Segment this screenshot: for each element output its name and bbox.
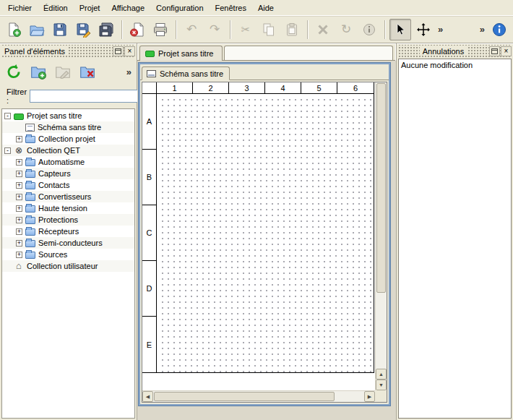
- undo-button[interactable]: ↶: [181, 19, 202, 40]
- save-button[interactable]: [49, 19, 71, 40]
- menu-projet[interactable]: Projet: [74, 1, 106, 14]
- scrollbar-corner: [375, 390, 387, 402]
- tree-item-capteurs[interactable]: + Capteurs: [2, 168, 134, 179]
- tree-item-contacts[interactable]: + Contacts: [2, 179, 134, 191]
- close-project-button[interactable]: [126, 19, 148, 40]
- cut-icon: ✂: [241, 24, 251, 35]
- expand-icon[interactable]: +: [16, 228, 22, 235]
- tree-item-collection-projet[interactable]: + Collection projet: [2, 133, 134, 145]
- main-toolbar: ↶ ↷ ✂ ↻ » »: [0, 16, 513, 43]
- pan-tool-button[interactable]: [413, 19, 434, 40]
- save-all-button[interactable]: [95, 19, 117, 40]
- scroll-left-button[interactable]: ◀: [142, 391, 153, 402]
- ruler-corner: [142, 82, 157, 94]
- reload-collections-button[interactable]: [3, 61, 25, 82]
- copy-icon: [261, 22, 277, 38]
- tree-item-project[interactable]: - Projet sans titre: [2, 110, 134, 121]
- vertical-scrollbar-thumb[interactable]: [376, 83, 386, 293]
- horizontal-scrollbar-track[interactable]: [335, 391, 364, 402]
- tree-item-convertisseurs[interactable]: + Convertisseurs: [2, 191, 134, 202]
- row-header: A: [142, 94, 157, 150]
- expand-icon[interactable]: +: [16, 217, 22, 223]
- row-ruler: A B C D E: [142, 94, 157, 372]
- tree-item-schema[interactable]: Schéma sans titre: [2, 121, 134, 133]
- expand-icon[interactable]: +: [16, 252, 22, 258]
- save-icon: [52, 22, 68, 38]
- tree-item-collection-utilisateur[interactable]: ⌂ Collection utilisateur: [2, 260, 134, 272]
- cut-button[interactable]: ✂: [235, 19, 256, 40]
- tree-item-label: Capteurs: [38, 169, 74, 178]
- tree-item-label: Collection projet: [38, 134, 98, 143]
- expand-icon[interactable]: +: [16, 182, 22, 189]
- panel-toolbar-overflow-chevron[interactable]: »: [124, 67, 134, 77]
- menu-fenetres[interactable]: Fenêtres: [210, 1, 252, 14]
- element-info-button[interactable]: [358, 19, 380, 40]
- select-tool-button[interactable]: [389, 19, 411, 40]
- print-button[interactable]: [150, 19, 171, 40]
- diagram-grid-canvas[interactable]: [158, 95, 374, 373]
- float-panel-button[interactable]: [113, 46, 124, 56]
- expand-icon[interactable]: +: [16, 194, 22, 200]
- new-project-button[interactable]: [3, 19, 25, 40]
- horizontal-scrollbar-thumb[interactable]: [154, 392, 335, 401]
- undo-history-list[interactable]: Aucune modification: [398, 59, 512, 419]
- paste-button[interactable]: [281, 19, 303, 40]
- redo-button[interactable]: ↷: [204, 19, 225, 40]
- project-subwindow[interactable]: Schéma sans titre 1 2 3 4 5: [139, 63, 390, 406]
- folder-icon: [25, 205, 35, 213]
- tab-project[interactable]: Projet sans titre: [139, 46, 223, 61]
- expand-icon[interactable]: +: [16, 159, 22, 166]
- tree-item-collection-qet[interactable]: - ⊗ Collection QET: [2, 145, 134, 156]
- rotate-button[interactable]: ↻: [335, 19, 357, 40]
- menu-affichage[interactable]: Affichage: [105, 1, 150, 14]
- elements-panel-title: Panel d'éléments: [1, 47, 68, 56]
- new-project-icon: [6, 22, 22, 38]
- menu-fichier[interactable]: Fichier: [2, 1, 38, 14]
- collapse-icon[interactable]: -: [4, 113, 11, 119]
- tree-item-haute-tension[interactable]: + Haute tension: [2, 202, 134, 214]
- delete-button[interactable]: [312, 19, 334, 40]
- close-panel-button[interactable]: ×: [124, 46, 135, 56]
- undo-dock-titlebar[interactable]: Annulations ×: [398, 45, 512, 57]
- toolbar-overflow-chevron[interactable]: »: [436, 24, 445, 35]
- tree-item-semi-conducteurs[interactable]: + Semi-conducteurs: [2, 237, 134, 249]
- edit-element-button[interactable]: [52, 61, 74, 82]
- tree-item-automatisme[interactable]: + Automatisme: [2, 156, 134, 168]
- close-undo-panel-button[interactable]: ×: [501, 46, 512, 56]
- expand-icon[interactable]: +: [16, 205, 22, 212]
- delete-icon: [315, 22, 331, 38]
- delete-element-button[interactable]: [77, 61, 98, 82]
- vertical-scrollbar[interactable]: ▲ ▼: [375, 82, 387, 390]
- save-as-button[interactable]: [72, 19, 94, 40]
- expand-icon[interactable]: +: [16, 171, 22, 177]
- scroll-up-button[interactable]: ▲: [376, 369, 387, 380]
- diagram-viewport[interactable]: 1 2 3 4 5 6 A B C D: [142, 82, 387, 403]
- scroll-right-button[interactable]: ▶: [364, 391, 375, 402]
- tree-item-sources[interactable]: + Sources: [2, 249, 134, 260]
- tree-item-protections[interactable]: + Protections: [2, 214, 134, 226]
- new-element-button[interactable]: [27, 61, 49, 82]
- diagram-info-button[interactable]: [488, 19, 510, 40]
- menu-configuration[interactable]: Configuration: [150, 1, 209, 14]
- tree-item-recepteurs[interactable]: + Récepteurs: [2, 226, 134, 237]
- expand-icon[interactable]: +: [16, 136, 22, 142]
- vertical-scrollbar-track[interactable]: [376, 293, 387, 369]
- home-icon: ⌂: [14, 262, 24, 270]
- copy-button[interactable]: [258, 19, 280, 40]
- filter-input[interactable]: [30, 90, 138, 103]
- horizontal-scrollbar[interactable]: ◀ ▶: [142, 390, 375, 402]
- scroll-down-button[interactable]: ▼: [376, 380, 387, 390]
- elements-panel-titlebar[interactable]: Panel d'éléments ×: [1, 45, 135, 57]
- right-toolbar-overflow-chevron[interactable]: »: [478, 24, 487, 35]
- float-undo-panel-button[interactable]: [489, 46, 500, 56]
- open-project-button[interactable]: [26, 19, 48, 40]
- tab-schema[interactable]: Schéma sans titre: [142, 67, 230, 80]
- paste-icon: [284, 22, 300, 38]
- expand-icon[interactable]: +: [16, 240, 22, 247]
- diagram-frame[interactable]: 1 2 3 4 5 6 A B C D: [142, 82, 374, 373]
- menu-aide[interactable]: Aide: [252, 1, 280, 14]
- menu-edition[interactable]: Édition: [38, 1, 74, 14]
- project-icon: [145, 51, 155, 57]
- folder-icon: [25, 194, 35, 201]
- collapse-icon[interactable]: -: [4, 147, 11, 154]
